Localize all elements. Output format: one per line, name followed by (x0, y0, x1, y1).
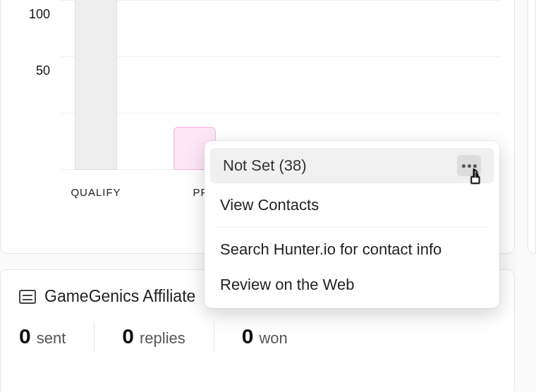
stat-replies: 0 replies (94, 324, 214, 348)
menu-item-view-contacts[interactable]: View Contacts (205, 188, 499, 223)
menu-item-review-web[interactable]: Review on the Web (205, 267, 499, 302)
y-tick: 50 (36, 63, 50, 78)
more-options-button[interactable] (457, 155, 481, 176)
menu-item-search-hunter[interactable]: Search Hunter.io for contact info (205, 232, 499, 267)
stat-value: 0 (242, 324, 254, 348)
stat-sent: 0 sent (19, 324, 94, 348)
stat-label: won (259, 329, 287, 348)
y-axis: 50 100 150 (15, 0, 57, 170)
stat-label: replies (140, 329, 185, 348)
x-label: QUALIFY (68, 186, 124, 198)
stat-label: sent (37, 329, 66, 348)
stat-value: 0 (122, 324, 134, 348)
more-icon (462, 164, 477, 168)
cursor-icon (467, 168, 485, 186)
context-menu-title: Not Set (38) (223, 157, 307, 175)
campaign-title[interactable]: GameGenics Affiliate (44, 287, 195, 306)
stat-won: 0 won (214, 324, 316, 348)
list-icon (19, 290, 36, 304)
stat-value: 0 (19, 324, 31, 348)
bar-qualify[interactable] (75, 0, 117, 170)
y-tick: 100 (29, 7, 50, 22)
context-menu-header[interactable]: Not Set (38) (210, 148, 494, 183)
stats-row: 0 sent 0 replies 0 won (19, 324, 496, 348)
adjacent-card-edge (528, 0, 536, 254)
menu-separator (214, 227, 489, 228)
context-menu: Not Set (38) View Contacts Search Hunter… (205, 141, 499, 308)
